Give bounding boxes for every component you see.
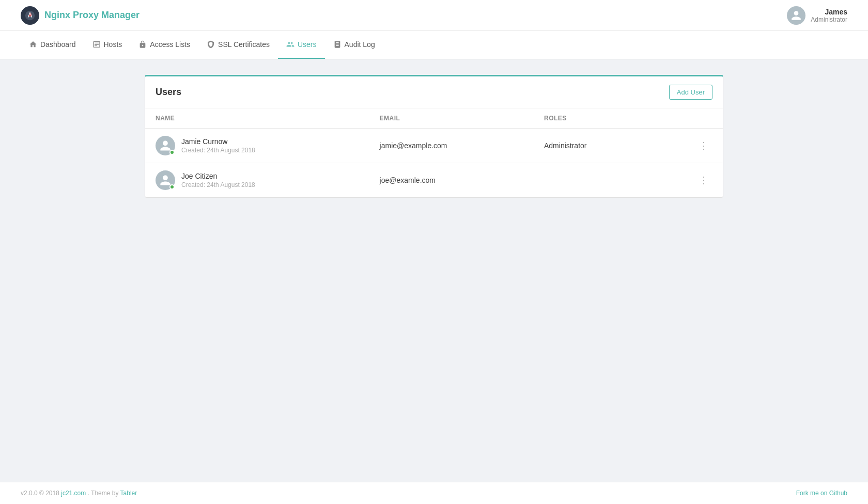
users-table: NAME EMAIL ROLES Jamie Curnow Created: 2… — [145, 108, 723, 197]
svg-point-1 — [29, 14, 31, 17]
user-cell: Joe Citizen Created: 24th August 2018 — [156, 170, 359, 190]
users-card: Users Add User NAME EMAIL ROLES — [145, 75, 723, 198]
footer-theme-link[interactable]: Tabler — [120, 490, 137, 497]
user-created-date: Created: 24th August 2018 — [181, 147, 255, 154]
person-icon — [159, 139, 172, 152]
logo-icon — [21, 6, 39, 25]
page-title: Users — [156, 87, 181, 98]
user-info: James Administrator — [811, 8, 847, 23]
header-left: Nginx Proxy Manager — [21, 6, 140, 25]
nav-item-dashboard[interactable]: Dashboard — [21, 31, 84, 59]
nav-item-hosts[interactable]: Hosts — [84, 31, 131, 59]
more-actions-button[interactable]: ⋮ — [695, 139, 712, 152]
user-text-info: Joe Citizen Created: 24th August 2018 — [181, 172, 255, 188]
user-display-name: Joe Citizen — [181, 172, 255, 180]
table-header: NAME EMAIL ROLES — [145, 108, 723, 129]
online-status-dot — [169, 184, 175, 190]
footer-version: v2.0.0 © 2018 — [21, 490, 59, 497]
user-display-name: Jamie Curnow — [181, 137, 255, 146]
nav-label-access-lists: Access Lists — [150, 40, 190, 49]
user-email-cell: joe@examle.com — [369, 163, 534, 198]
user-text-info: Jamie Curnow Created: 24th August 2018 — [181, 137, 255, 154]
add-user-button[interactable]: Add User — [669, 85, 712, 100]
nav-label-users: Users — [298, 40, 317, 49]
user-created-date: Created: 24th August 2018 — [181, 181, 255, 188]
nav-item-access-lists[interactable]: Access Lists — [130, 31, 198, 59]
main-nav: Dashboard Hosts Access Lists SSL Certifi… — [0, 31, 868, 59]
user-avatar-header — [787, 6, 805, 25]
nav-item-ssl[interactable]: SSL Certificates — [198, 31, 278, 59]
nav-label-dashboard: Dashboard — [40, 40, 76, 49]
table-row: Jamie Curnow Created: 24th August 2018 j… — [145, 129, 723, 163]
user-roles-cell: Administrator — [534, 129, 652, 163]
footer-fork-link[interactable]: Fork me on Github — [796, 490, 847, 497]
nav-item-audit-log[interactable]: Audit Log — [325, 31, 383, 59]
app-title: Nginx Proxy Manager — [44, 10, 140, 21]
table-row: Joe Citizen Created: 24th August 2018 jo… — [145, 163, 723, 198]
col-name: NAME — [145, 108, 369, 129]
card-header: Users Add User — [145, 76, 723, 108]
col-email: EMAIL — [369, 108, 534, 129]
user-name-cell: Jamie Curnow Created: 24th August 2018 — [145, 129, 369, 163]
footer-left: v2.0.0 © 2018 jc21.com . Theme by Tabler — [21, 490, 137, 497]
user-name-cell: Joe Citizen Created: 24th August 2018 — [145, 163, 369, 198]
user-email-cell: jamie@example.com — [369, 129, 534, 163]
col-roles: ROLES — [534, 108, 652, 129]
footer-right: Fork me on Github — [796, 490, 847, 497]
footer: v2.0.0 © 2018 jc21.com . Theme by Tabler… — [0, 482, 868, 504]
nav-label-audit-log: Audit Log — [345, 40, 375, 49]
person-icon — [159, 174, 172, 186]
table-body: Jamie Curnow Created: 24th August 2018 j… — [145, 129, 723, 198]
user-actions-cell: ⋮ — [652, 163, 723, 198]
header: Nginx Proxy Manager James Administrator — [0, 0, 868, 31]
nav-label-hosts: Hosts — [104, 40, 122, 49]
nav-label-ssl: SSL Certificates — [218, 40, 270, 49]
user-name: James — [811, 8, 847, 16]
online-status-dot — [169, 150, 175, 155]
user-actions-cell: ⋮ — [652, 129, 723, 163]
avatar — [156, 136, 175, 155]
footer-company-link[interactable]: jc21.com — [61, 490, 86, 497]
footer-theme-text: . Theme by — [88, 490, 119, 497]
user-roles-cell — [534, 163, 652, 198]
col-actions — [652, 108, 723, 129]
more-actions-button[interactable]: ⋮ — [695, 174, 712, 187]
header-right: James Administrator — [787, 6, 847, 25]
user-cell: Jamie Curnow Created: 24th August 2018 — [156, 136, 359, 155]
nav-item-users[interactable]: Users — [278, 31, 325, 59]
avatar — [156, 170, 175, 190]
main-content: Users Add User NAME EMAIL ROLES — [124, 59, 744, 213]
user-role: Administrator — [811, 16, 847, 23]
